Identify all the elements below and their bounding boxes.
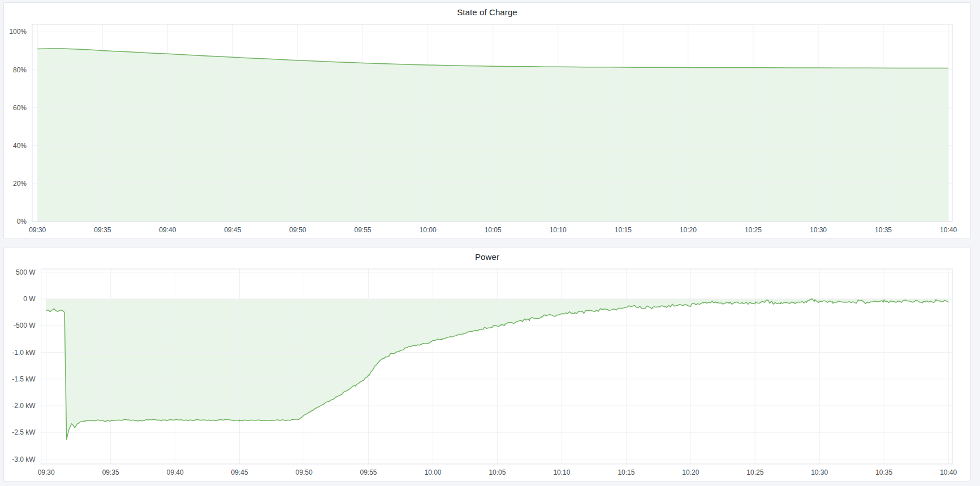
svg-text:10:35: 10:35 [875,468,892,476]
panel-title-power[interactable]: Power [4,248,970,266]
svg-text:10:00: 10:00 [420,226,437,234]
panel-state-of-charge: State of Charge 0%20%40%60%80%100%09:300… [3,2,971,239]
chart-canvas[interactable]: 500 W0 W-500 W-1.0 kW-1.5 kW-2.0 kW-2.5 … [4,266,970,481]
panel-power: Power 500 W0 W-500 W-1.0 kW-1.5 kW-2.0 k… [3,247,971,481]
svg-text:10:30: 10:30 [810,226,827,234]
svg-text:-500 W: -500 W [14,322,36,329]
svg-text:100%: 100% [9,28,27,36]
svg-text:09:40: 09:40 [159,226,176,234]
y-axis-labels: 0%20%40%60%80%100% [9,28,27,225]
power-chart[interactable]: 500 W0 W-500 W-1.0 kW-1.5 kW-2.0 kW-2.5 … [4,266,970,481]
svg-text:10:10: 10:10 [553,468,570,476]
svg-text:10:05: 10:05 [489,468,506,476]
svg-text:09:45: 09:45 [224,226,241,234]
svg-text:10:15: 10:15 [618,468,634,476]
svg-text:10:30: 10:30 [811,468,828,476]
svg-text:10:10: 10:10 [550,226,567,234]
svg-text:60%: 60% [13,104,27,112]
svg-text:-2.5 kW: -2.5 kW [12,428,36,436]
svg-text:09:30: 09:30 [38,468,55,476]
grafana-dashboard: { "dashboard": { "panels": [ { "title": … [0,0,980,486]
svg-text:10:00: 10:00 [424,468,441,476]
svg-text:09:45: 09:45 [231,468,248,476]
svg-text:10:15: 10:15 [615,226,632,234]
svg-text:09:30: 09:30 [29,226,46,234]
chart-canvas[interactable]: 0%20%40%60%80%100%09:3009:3509:4009:4509… [4,21,970,238]
svg-text:-1.5 kW: -1.5 kW [12,375,36,383]
svg-text:0%: 0% [17,218,27,225]
svg-text:500 W: 500 W [16,268,36,276]
svg-text:09:35: 09:35 [102,468,119,476]
svg-text:0 W: 0 W [23,295,36,303]
svg-text:-1.0 kW: -1.0 kW [12,349,36,357]
svg-text:09:40: 09:40 [167,468,184,476]
svg-text:10:20: 10:20 [680,226,697,234]
svg-text:10:40: 10:40 [940,226,957,234]
y-axis-labels: 500 W0 W-500 W-1.0 kW-1.5 kW-2.0 kW-2.5 … [12,268,36,463]
svg-text:10:40: 10:40 [940,468,957,476]
svg-text:10:20: 10:20 [682,468,699,476]
x-axis-labels: 09:3009:3509:4009:4509:5009:5510:0010:05… [38,468,957,476]
soc-chart[interactable]: 0%20%40%60%80%100%09:3009:3509:4009:4509… [4,21,970,238]
svg-text:10:25: 10:25 [745,226,762,234]
svg-text:09:50: 09:50 [296,468,313,476]
svg-text:40%: 40% [13,142,27,150]
svg-text:-3.0 kW: -3.0 kW [12,455,36,463]
svg-text:09:55: 09:55 [360,468,377,476]
svg-text:10:25: 10:25 [746,468,763,476]
svg-text:-2.0 kW: -2.0 kW [12,402,36,410]
svg-text:80%: 80% [13,66,27,74]
panel-title-state-of-charge[interactable]: State of Charge [4,3,970,21]
svg-text:09:35: 09:35 [94,226,111,234]
svg-text:10:05: 10:05 [485,226,502,234]
svg-text:20%: 20% [13,180,27,188]
svg-text:10:35: 10:35 [875,226,892,234]
x-axis-labels: 09:3009:3509:4009:4509:5009:5510:0010:05… [29,226,957,234]
svg-text:09:50: 09:50 [289,226,306,234]
svg-text:09:55: 09:55 [354,226,371,234]
